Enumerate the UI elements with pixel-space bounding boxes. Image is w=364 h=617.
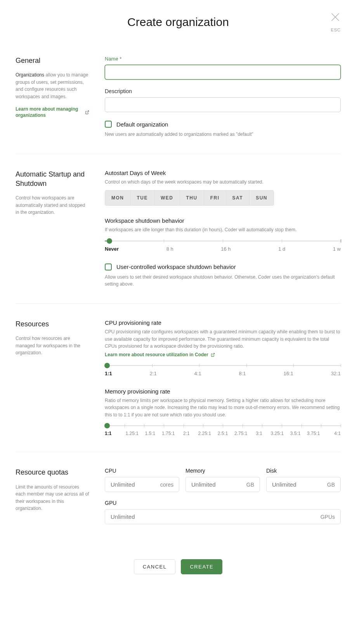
general-desc: Organizations allow you to manage groups… [16,71,89,100]
mem-slider[interactable] [105,425,341,426]
cpu-tick-4: 16:1 [283,371,293,376]
name-label: Name * [105,56,341,62]
autostart-label: Autostart Days of Week [105,170,341,176]
quota-disk-input[interactable] [272,481,316,488]
quota-gpu-input[interactable] [111,513,268,520]
mem-tick-11: 3.75:1 [304,431,322,436]
mem-tick-8: 3:1 [250,431,268,436]
shutdown-tick-3: 1 d [278,246,285,252]
external-link-icon [211,353,215,357]
cpu-slider[interactable] [105,365,341,366]
cpu-rate-help: CPU provisioning rate configures workspa… [105,328,341,350]
default-org-help: New users are automatically added to org… [105,131,341,138]
mem-tick-12: 4:1 [322,431,341,436]
mem-tick-7: 2.75:1 [232,431,250,436]
mem-tick-10: 3.5:1 [286,431,305,436]
shutdown-label: Workspace shutdown behavior [105,217,341,224]
day-mon[interactable]: MON [105,191,131,205]
mem-tick-5: 2.25:1 [196,431,214,436]
user-shutdown-label: User-controlled workspace shutdown behav… [116,263,236,270]
svg-line-2 [87,111,89,113]
section-general: General Organizations allow you to manag… [16,56,341,154]
description-input[interactable] [105,97,341,112]
mem-tick-1: 1.25:1 [123,431,141,436]
shutdown-tick-4: 1 w [333,246,341,252]
day-sat[interactable]: SAT [226,191,250,205]
startup-desc: Control how workspaces are automatically… [16,194,89,216]
quota-cpu-input[interactable] [111,481,154,488]
cpu-tick-3: 8:1 [239,371,246,376]
user-shutdown-checkbox[interactable] [105,263,112,270]
mem-tick-3: 1.75:1 [159,431,177,436]
user-shutdown-help: Allow users to set their desired workspa… [105,274,341,288]
mem-tick-9: 3.25:1 [268,431,286,436]
create-button[interactable]: CREATE [181,559,222,574]
mem-tick-4: 2:1 [177,431,196,436]
cpu-tick-2: 4:1 [194,371,201,376]
page-title: Create organization [16,16,341,29]
day-fri[interactable]: FRI [204,191,226,205]
section-resources: Resources Control how resources are mana… [16,319,341,452]
day-sun[interactable]: SUN [250,191,274,205]
quota-gpu-label: GPU [105,500,341,506]
quota-mem-label: Memory [185,468,260,474]
shutdown-tick-1: 8 h [166,246,173,252]
quota-mem-input[interactable] [191,481,235,488]
cpu-tick-5: 32:1 [331,371,341,376]
description-label: Description [105,88,341,94]
quota-cpu-label: CPU [105,468,179,474]
cpu-learn-link[interactable]: Learn more about resource utilization in… [105,352,215,358]
day-wed[interactable]: WED [154,191,180,205]
quotas-heading: Resource quotas [16,468,89,477]
shutdown-help: If workspaces are idle longer than this … [105,226,341,234]
days-row: MON TUE WED THU FRI SAT SUN [105,190,274,206]
quota-disk-label: Disk [266,468,341,474]
mem-rate-help: Ratio of memory limits per workspace to … [105,397,341,419]
cpu-tick-0: 1:1 [105,371,112,376]
general-heading: General [16,56,89,65]
resources-heading: Resources [16,319,89,329]
day-thu[interactable]: THU [180,191,204,205]
cpu-tick-1: 2:1 [150,371,157,376]
default-org-checkbox[interactable] [105,121,112,128]
shutdown-slider[interactable] [105,241,341,241]
autostart-help: Control on which days of the week worksp… [105,179,341,186]
name-input[interactable] [105,65,341,80]
quota-mem-unit: GB [246,482,254,488]
quota-disk-unit: GB [327,482,335,488]
section-quotas: Resource quotas Limit the amounts of res… [16,468,341,548]
external-link-icon [85,110,89,114]
quota-gpu-unit: GPUs [321,514,335,520]
quota-cpu-unit: cores [160,482,173,488]
mem-tick-0: 1:1 [105,431,123,436]
default-org-label: Default organization [116,121,168,128]
quotas-desc: Limit the amounts of resources each memb… [16,484,89,512]
mem-rate-label: Memory provisioning rate [105,388,341,395]
resources-desc: Control how resources are managed for wo… [16,335,89,357]
mem-tick-2: 1.5:1 [141,431,159,436]
cancel-button[interactable]: CANCEL [134,559,176,574]
close-icon[interactable] [330,12,341,24]
esc-label: ESC [330,28,341,32]
close-group: ESC [330,12,341,32]
svg-line-3 [212,353,214,355]
cpu-rate-label: CPU provisioning rate [105,319,341,326]
mem-tick-6: 2.5:1 [214,431,232,436]
startup-heading: Automatic Startup and Shutdown [16,170,89,189]
section-startup: Automatic Startup and Shutdown Control h… [16,170,341,304]
shutdown-tick-2: 16 h [221,246,231,252]
shutdown-tick-0: Never [105,246,119,252]
day-tue[interactable]: TUE [131,191,155,205]
learn-orgs-link[interactable]: Learn more about managing organizations [16,106,89,119]
